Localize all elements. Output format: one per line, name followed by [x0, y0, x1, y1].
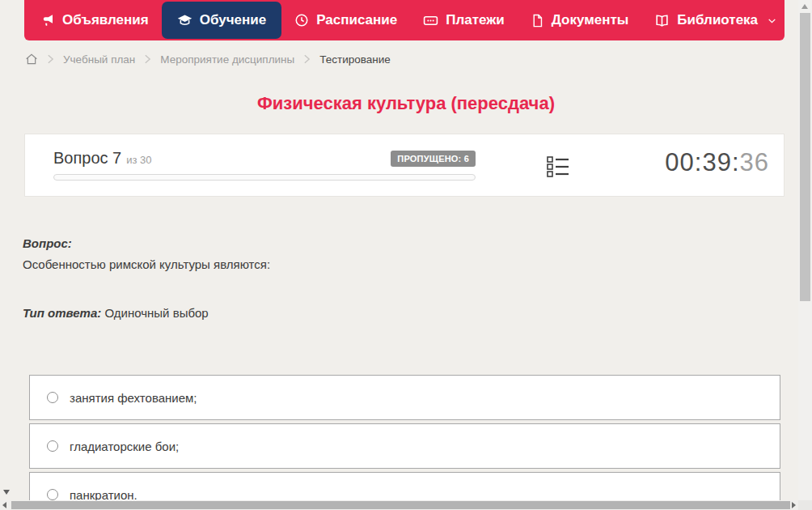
- breadcrumb-link-curriculum[interactable]: Учебный план: [63, 53, 135, 66]
- nav-item-schedule[interactable]: Расписание: [281, 0, 410, 40]
- horizontal-scrollbar-thumb[interactable]: [11, 501, 790, 509]
- answer-options-list: занятия фехтованием; гладиаторские бои; …: [29, 375, 780, 510]
- nav-item-announcements[interactable]: Объявления: [27, 0, 162, 40]
- question-progress-bar: [53, 174, 476, 181]
- question-number: Вопрос 7: [53, 149, 121, 167]
- clock-icon: [294, 13, 309, 28]
- scroll-down-arrow-icon[interactable]: [3, 490, 10, 495]
- answer-type-row: Тип ответа: Одиночный выбор: [23, 306, 209, 320]
- radio-button[interactable]: [47, 489, 58, 500]
- chevron-down-icon: [767, 15, 777, 26]
- question-list-icon: [547, 167, 569, 181]
- answer-option-label: гладиаторские бои;: [70, 440, 179, 453]
- radio-button[interactable]: [47, 392, 58, 403]
- breadcrumb: Учебный план Мероприятие дисциплины Тест…: [25, 50, 391, 68]
- answer-option-label: занятия фехтованием;: [70, 391, 197, 405]
- book-icon: [654, 13, 670, 28]
- question-text: Особенностью римской культуры являются:: [23, 257, 270, 271]
- nav-item-label: Платежи: [446, 12, 505, 28]
- timer-seconds: 36: [740, 148, 769, 176]
- nav-item-label: Документы: [552, 12, 629, 28]
- question-total: из 30: [126, 154, 151, 166]
- breadcrumb-separator-icon: [144, 54, 151, 64]
- nav-item-library[interactable]: Библиотека: [641, 0, 790, 40]
- question-counter: Вопрос 7из 30: [53, 149, 152, 168]
- nav-item-label: Обучение: [200, 12, 266, 28]
- answer-option-2[interactable]: гладиаторские бои;: [29, 423, 780, 469]
- breadcrumb-link-discipline-event[interactable]: Мероприятие дисциплины: [160, 53, 294, 66]
- vertical-scrollbar[interactable]: [798, 0, 812, 500]
- skipped-badge: ПРОПУЩЕНО: 6: [391, 151, 476, 167]
- nav-item-label: Расписание: [316, 12, 397, 28]
- answer-option-label: панкратион.: [70, 488, 137, 502]
- vertical-scrollbar-thumb[interactable]: [800, 13, 810, 301]
- nav-item-payments[interactable]: Платежи: [410, 0, 518, 40]
- wallet-icon: [423, 13, 438, 28]
- horizontal-scrollbar[interactable]: [0, 500, 798, 510]
- nav-item-label: Библиотека: [677, 12, 758, 28]
- scroll-up-arrow-icon[interactable]: [801, 4, 808, 9]
- scroll-left-arrow-icon[interactable]: [2, 502, 6, 508]
- nav-item-learning[interactable]: Обучение: [162, 2, 281, 39]
- question-header-card: Вопрос 7из 30 ПРОПУЩЕНО: 6 00:39:36: [24, 134, 785, 197]
- megaphone-icon: [40, 13, 55, 28]
- graduation-cap-icon: [177, 13, 192, 28]
- nav-item-label: Объявления: [62, 12, 149, 28]
- answer-option-1[interactable]: занятия фехтованием;: [29, 375, 780, 420]
- question-list-button[interactable]: [547, 155, 569, 178]
- timer-main: 00:39:: [665, 148, 739, 176]
- scrollbar-corner: [798, 500, 812, 510]
- nav-item-documents[interactable]: Документы: [518, 0, 642, 40]
- breadcrumb-separator-icon: [47, 54, 54, 64]
- breadcrumb-separator-icon: [303, 54, 311, 64]
- answer-type-value: Одиночный выбор: [104, 306, 208, 320]
- top-navigation-bar: Объявления Обучение Расписание: [24, 0, 785, 40]
- answer-type-label: Тип ответа:: [23, 306, 101, 320]
- timer: 00:39:36: [665, 148, 769, 177]
- question-progress-row: Вопрос 7из 30 ПРОПУЩЕНО: 6: [53, 149, 476, 168]
- page-title: Физическая культура (пересдача): [0, 93, 812, 114]
- scroll-right-arrow-icon[interactable]: [792, 502, 796, 508]
- home-icon[interactable]: [25, 53, 38, 66]
- document-icon: [531, 14, 544, 28]
- question-label: Вопрос:: [23, 236, 72, 250]
- breadcrumb-current-testing: Тестирование: [319, 53, 391, 66]
- radio-button[interactable]: [47, 440, 58, 452]
